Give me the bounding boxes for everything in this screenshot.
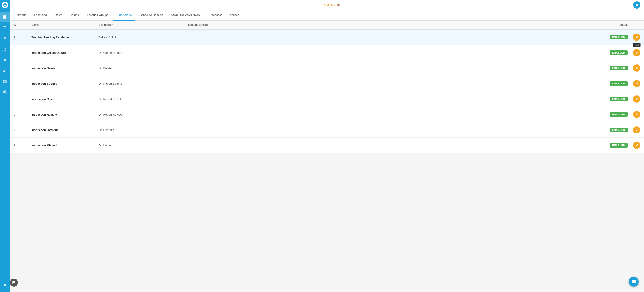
nav-tabs-bar: Brands Locations Users Teams Location Gr… xyxy=(10,10,644,21)
sidebar-item-chart[interactable] xyxy=(0,66,10,76)
tab-schedule-reports[interactable]: Schedule Reports xyxy=(136,10,166,21)
email-alerts-table-container: ID Name Description Exclude Emails Statu… xyxy=(10,21,644,153)
col-header-id: ID xyxy=(10,21,28,29)
cell-exclude-emails xyxy=(184,60,585,76)
cell-id: 2 xyxy=(10,45,28,60)
sidebar-item-list[interactable] xyxy=(0,23,10,33)
status-badge: ENABLED xyxy=(610,143,628,148)
sidebar-item-inbox[interactable] xyxy=(0,77,10,86)
edit-button-row-5[interactable] xyxy=(633,95,640,103)
cell-description: On Report Submit xyxy=(95,76,184,91)
cell-id: 1 xyxy=(10,29,28,45)
table-row: 7 Inspection Overdue On Overdue ENABLED … xyxy=(10,122,644,138)
cell-status: ENABLED xyxy=(585,76,630,91)
tab-customise-audit-name[interactable]: Customise Audit Name xyxy=(168,10,204,21)
cell-exclude-emails xyxy=(184,122,585,138)
edit-button-row-6[interactable] xyxy=(633,111,640,118)
cell-name: Inspection Submit xyxy=(28,76,95,91)
cell-status: ENABLED xyxy=(585,138,630,153)
table-row: 6 Inspection Review On Report Review ENA… xyxy=(10,107,644,122)
edit-button-row-8[interactable] xyxy=(633,142,640,149)
edit-button-row-3[interactable] xyxy=(633,65,640,72)
edit-button-row-1[interactable] xyxy=(633,34,640,41)
cell-id: 8 xyxy=(10,138,28,153)
cell-name: Inspection Overdue xyxy=(28,122,95,138)
svg-point-21 xyxy=(5,92,5,93)
edit-button-row-2[interactable] xyxy=(633,49,640,56)
svg-rect-10 xyxy=(4,37,6,38)
cell-name: Inspection Delete xyxy=(28,60,95,76)
col-header-exclude-emails: Exclude Emails xyxy=(184,21,585,29)
content-area: ID Name Description Exclude Emails Statu… xyxy=(10,21,644,292)
svg-rect-5 xyxy=(5,17,6,19)
svg-point-1 xyxy=(5,4,5,5)
cell-exclude-emails xyxy=(184,45,585,60)
status-badge: ENABLED xyxy=(610,112,628,117)
sidebar-item-clipboard[interactable] xyxy=(0,34,10,43)
cell-description: On Missed xyxy=(95,138,184,153)
svg-rect-8 xyxy=(3,29,6,29)
status-badge: ENABLED xyxy=(610,66,628,70)
table-row: 2 Inspection Create/Update On Create/Upd… xyxy=(10,45,644,60)
tab-users[interactable]: Users xyxy=(51,10,66,21)
support-chat-button[interactable] xyxy=(10,278,18,287)
col-header-status: Status xyxy=(585,21,630,29)
svg-rect-17 xyxy=(6,69,6,72)
status-badge: ENABLED xyxy=(610,81,628,86)
main-content: HOTEL 🏨 Brands Locations Users Teams Loc… xyxy=(10,0,644,292)
sidebar-item-doc[interactable] xyxy=(0,44,10,54)
cell-name: Training Pending Reminder xyxy=(28,29,95,45)
cell-status: ENABLED xyxy=(585,29,630,45)
sidebar-logo[interactable] xyxy=(0,0,10,10)
svg-point-22 xyxy=(636,4,638,5)
user-avatar[interactable] xyxy=(633,1,640,9)
table-row: 1 Training Pending Reminder Daily at 3 P… xyxy=(10,29,644,45)
cell-exclude-emails xyxy=(184,138,585,153)
cell-id: 5 xyxy=(10,91,28,107)
cell-description: On Create/Update xyxy=(95,45,184,60)
sidebar-item-target[interactable] xyxy=(0,87,10,97)
table-row: 5 Inspection Reject On Report Reject ENA… xyxy=(10,91,644,107)
top-header: HOTEL 🏨 xyxy=(10,0,644,10)
tab-access[interactable]: Access xyxy=(226,10,242,21)
cell-status: ENABLED xyxy=(585,60,630,76)
svg-rect-2 xyxy=(3,16,5,17)
chat-button[interactable] xyxy=(629,277,639,287)
tab-locations[interactable]: Locations xyxy=(31,10,50,21)
table-header-row: ID Name Description Exclude Emails Statu… xyxy=(10,21,644,29)
sidebar-item-settings[interactable] xyxy=(0,280,10,290)
svg-rect-3 xyxy=(5,16,6,17)
cell-id: 4 xyxy=(10,76,28,91)
tab-teams[interactable]: Teams xyxy=(67,10,82,21)
tab-brands[interactable]: Brands xyxy=(14,10,30,21)
cell-name: Inspection Create/Update xyxy=(28,45,95,60)
cell-status: ENABLED xyxy=(585,91,630,107)
table-row: 4 Inspection Submit On Report Submit ENA… xyxy=(10,76,644,91)
svg-rect-6 xyxy=(3,27,6,27)
tab-location-groups[interactable]: Location Groups xyxy=(84,10,112,21)
cell-exclude-emails xyxy=(184,76,585,91)
col-header-name: Name xyxy=(28,21,95,29)
edit-button-row-4[interactable] xyxy=(633,80,640,87)
status-badge: ENABLED xyxy=(610,35,628,39)
cell-status: ENABLED xyxy=(585,107,630,122)
tab-broadcast[interactable]: Broadcast xyxy=(205,10,226,21)
cell-action: Edit xyxy=(630,76,644,91)
table-row: 3 Inspection Delete On Delete ENABLED Ed… xyxy=(10,60,644,76)
table-row: 8 Inspection Missed On Missed ENABLED Ed… xyxy=(10,138,644,153)
status-badge: ENABLED xyxy=(610,50,628,55)
tab-email-alerts[interactable]: Email Alerts xyxy=(113,10,136,21)
edit-button-row-7[interactable] xyxy=(633,126,640,133)
cell-name: Inspection Review xyxy=(28,107,95,122)
cell-description: On Overdue xyxy=(95,122,184,138)
status-badge: ENABLED xyxy=(610,97,628,101)
cell-id: 3 xyxy=(10,60,28,76)
cell-description: On Report Reject xyxy=(95,91,184,107)
cell-action: Edit xyxy=(630,107,644,122)
cell-status: ENABLED xyxy=(585,122,630,138)
sidebar-item-megaphone[interactable] xyxy=(0,55,10,65)
cell-action: Edit xyxy=(630,122,644,138)
cell-exclude-emails xyxy=(184,91,585,107)
svg-rect-15 xyxy=(3,71,4,72)
sidebar-item-grid[interactable] xyxy=(0,12,10,22)
